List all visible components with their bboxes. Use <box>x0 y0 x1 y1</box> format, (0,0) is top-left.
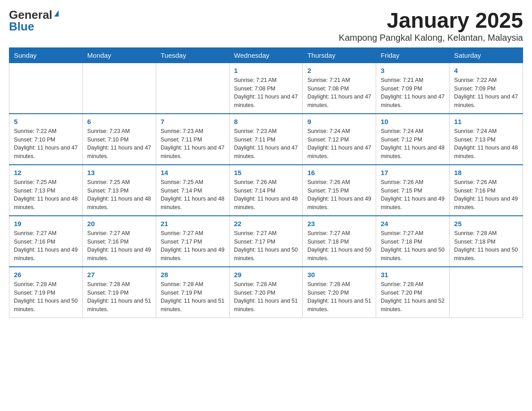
day-headers-row: SundayMondayTuesdayWednesdayThursdayFrid… <box>9 47 523 63</box>
calendar-day: 26Sunrise: 7:28 AMSunset: 7:19 PMDayligh… <box>9 267 83 318</box>
day-info: Sunrise: 7:21 AMSunset: 7:09 PMDaylight:… <box>381 76 445 110</box>
calendar-day: 21Sunrise: 7:27 AMSunset: 7:17 PMDayligh… <box>156 216 229 267</box>
day-number: 2 <box>307 67 371 74</box>
day-info: Sunrise: 7:26 AMSunset: 7:15 PMDaylight:… <box>381 178 445 212</box>
calendar-day: 25Sunrise: 7:28 AMSunset: 7:18 PMDayligh… <box>450 216 523 267</box>
calendar-day <box>156 63 229 114</box>
day-number: 19 <box>14 220 78 227</box>
day-header-thursday: Thursday <box>303 47 376 63</box>
day-number: 30 <box>307 271 371 278</box>
calendar-day: 7Sunrise: 7:23 AMSunset: 7:11 PMDaylight… <box>156 114 229 165</box>
calendar-day: 17Sunrise: 7:26 AMSunset: 7:15 PMDayligh… <box>376 165 450 216</box>
day-info: Sunrise: 7:25 AMSunset: 7:14 PMDaylight:… <box>161 178 225 212</box>
day-number: 26 <box>14 271 78 278</box>
calendar-day: 6Sunrise: 7:23 AMSunset: 7:10 PMDaylight… <box>82 114 156 165</box>
logo-general-text: General <box>9 9 52 21</box>
calendar-day: 16Sunrise: 7:26 AMSunset: 7:15 PMDayligh… <box>303 165 376 216</box>
day-number: 11 <box>454 118 518 125</box>
day-info: Sunrise: 7:24 AMSunset: 7:12 PMDaylight:… <box>381 127 445 161</box>
day-number: 18 <box>454 169 518 176</box>
calendar-day: 14Sunrise: 7:25 AMSunset: 7:14 PMDayligh… <box>156 165 229 216</box>
day-number: 7 <box>161 118 225 125</box>
calendar-day: 20Sunrise: 7:27 AMSunset: 7:16 PMDayligh… <box>82 216 156 267</box>
day-number: 17 <box>381 169 445 176</box>
day-number: 21 <box>161 220 225 227</box>
calendar-day: 18Sunrise: 7:26 AMSunset: 7:16 PMDayligh… <box>450 165 523 216</box>
calendar-day: 8Sunrise: 7:23 AMSunset: 7:11 PMDaylight… <box>229 114 303 165</box>
location-title: Kampong Pangkal Kalong, Kelantan, Malays… <box>339 33 523 43</box>
week-row-1: 1Sunrise: 7:21 AMSunset: 7:08 PMDaylight… <box>9 63 523 114</box>
day-info: Sunrise: 7:24 AMSunset: 7:13 PMDaylight:… <box>454 127 518 161</box>
day-number: 14 <box>161 169 225 176</box>
day-header-wednesday: Wednesday <box>229 47 303 63</box>
calendar-day: 31Sunrise: 7:28 AMSunset: 7:20 PMDayligh… <box>376 267 450 318</box>
calendar-day: 27Sunrise: 7:28 AMSunset: 7:19 PMDayligh… <box>82 267 156 318</box>
calendar-day: 28Sunrise: 7:28 AMSunset: 7:19 PMDayligh… <box>156 267 229 318</box>
day-info: Sunrise: 7:25 AMSunset: 7:13 PMDaylight:… <box>87 178 151 212</box>
day-info: Sunrise: 7:21 AMSunset: 7:08 PMDaylight:… <box>234 76 298 110</box>
month-title: January 2025 <box>339 9 523 33</box>
day-info: Sunrise: 7:28 AMSunset: 7:20 PMDaylight:… <box>381 280 445 314</box>
calendar-day <box>450 267 523 318</box>
day-info: Sunrise: 7:28 AMSunset: 7:19 PMDaylight:… <box>14 280 78 314</box>
day-info: Sunrise: 7:28 AMSunset: 7:18 PMDaylight:… <box>454 229 518 263</box>
day-number: 13 <box>87 169 151 176</box>
title-area: January 2025 Kampong Pangkal Kalong, Kel… <box>339 9 523 43</box>
day-number: 24 <box>381 220 445 227</box>
day-number: 1 <box>234 67 298 74</box>
day-number: 25 <box>454 220 518 227</box>
day-number: 10 <box>381 118 445 125</box>
day-info: Sunrise: 7:23 AMSunset: 7:11 PMDaylight:… <box>161 127 225 161</box>
day-info: Sunrise: 7:26 AMSunset: 7:16 PMDaylight:… <box>454 178 518 212</box>
day-info: Sunrise: 7:28 AMSunset: 7:20 PMDaylight:… <box>234 280 298 314</box>
calendar-day: 1Sunrise: 7:21 AMSunset: 7:08 PMDaylight… <box>229 63 303 114</box>
calendar-table: SundayMondayTuesdayWednesdayThursdayFrid… <box>9 47 523 318</box>
calendar-day <box>82 63 156 114</box>
day-info: Sunrise: 7:21 AMSunset: 7:08 PMDaylight:… <box>307 76 371 110</box>
day-info: Sunrise: 7:27 AMSunset: 7:17 PMDaylight:… <box>234 229 298 263</box>
calendar-day: 15Sunrise: 7:26 AMSunset: 7:14 PMDayligh… <box>229 165 303 216</box>
day-header-tuesday: Tuesday <box>156 47 229 63</box>
day-number: 23 <box>307 220 371 227</box>
calendar-day: 12Sunrise: 7:25 AMSunset: 7:13 PMDayligh… <box>9 165 83 216</box>
day-number: 20 <box>87 220 151 227</box>
day-number: 31 <box>381 271 445 278</box>
day-info: Sunrise: 7:26 AMSunset: 7:14 PMDaylight:… <box>234 178 298 212</box>
day-info: Sunrise: 7:27 AMSunset: 7:17 PMDaylight:… <box>161 229 225 263</box>
week-row-4: 19Sunrise: 7:27 AMSunset: 7:16 PMDayligh… <box>9 216 523 267</box>
day-number: 4 <box>454 67 518 74</box>
day-info: Sunrise: 7:27 AMSunset: 7:18 PMDaylight:… <box>307 229 371 263</box>
day-number: 27 <box>87 271 151 278</box>
day-info: Sunrise: 7:27 AMSunset: 7:18 PMDaylight:… <box>381 229 445 263</box>
day-info: Sunrise: 7:26 AMSunset: 7:15 PMDaylight:… <box>307 178 371 212</box>
day-number: 29 <box>234 271 298 278</box>
calendar-day: 10Sunrise: 7:24 AMSunset: 7:12 PMDayligh… <box>376 114 450 165</box>
day-number: 6 <box>87 118 151 125</box>
day-info: Sunrise: 7:28 AMSunset: 7:19 PMDaylight:… <box>87 280 151 314</box>
logo-arrow-icon <box>54 10 59 17</box>
day-number: 8 <box>234 118 298 125</box>
day-number: 28 <box>161 271 225 278</box>
week-row-2: 5Sunrise: 7:22 AMSunset: 7:10 PMDaylight… <box>9 114 523 165</box>
calendar-day: 13Sunrise: 7:25 AMSunset: 7:13 PMDayligh… <box>82 165 156 216</box>
day-info: Sunrise: 7:27 AMSunset: 7:16 PMDaylight:… <box>14 229 78 263</box>
day-info: Sunrise: 7:27 AMSunset: 7:16 PMDaylight:… <box>87 229 151 263</box>
day-info: Sunrise: 7:23 AMSunset: 7:11 PMDaylight:… <box>234 127 298 161</box>
day-number: 22 <box>234 220 298 227</box>
day-info: Sunrise: 7:22 AMSunset: 7:10 PMDaylight:… <box>14 127 78 161</box>
day-number: 12 <box>14 169 78 176</box>
day-info: Sunrise: 7:28 AMSunset: 7:19 PMDaylight:… <box>161 280 225 314</box>
calendar-day: 29Sunrise: 7:28 AMSunset: 7:20 PMDayligh… <box>229 267 303 318</box>
calendar-day: 3Sunrise: 7:21 AMSunset: 7:09 PMDaylight… <box>376 63 450 114</box>
calendar-day: 24Sunrise: 7:27 AMSunset: 7:18 PMDayligh… <box>376 216 450 267</box>
calendar-day: 22Sunrise: 7:27 AMSunset: 7:17 PMDayligh… <box>229 216 303 267</box>
calendar-day: 5Sunrise: 7:22 AMSunset: 7:10 PMDaylight… <box>9 114 83 165</box>
calendar-day: 30Sunrise: 7:28 AMSunset: 7:20 PMDayligh… <box>303 267 376 318</box>
day-info: Sunrise: 7:23 AMSunset: 7:10 PMDaylight:… <box>87 127 151 161</box>
day-number: 15 <box>234 169 298 176</box>
day-number: 9 <box>307 118 371 125</box>
calendar-day <box>9 63 83 114</box>
day-info: Sunrise: 7:25 AMSunset: 7:13 PMDaylight:… <box>14 178 78 212</box>
calendar-day: 23Sunrise: 7:27 AMSunset: 7:18 PMDayligh… <box>303 216 376 267</box>
day-number: 3 <box>381 67 445 74</box>
